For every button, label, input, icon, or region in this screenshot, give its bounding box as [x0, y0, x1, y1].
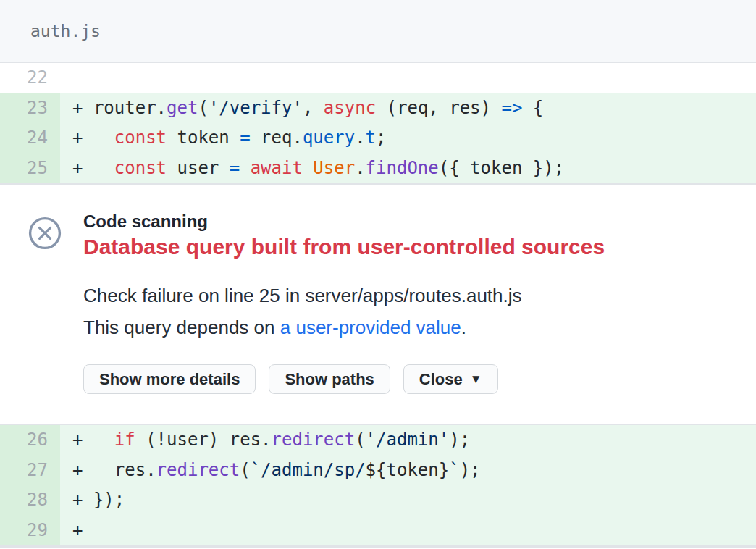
- close-button-label: Close: [419, 370, 463, 389]
- code-token: (: [355, 429, 365, 450]
- code-token: {: [522, 98, 543, 118]
- alert-location: Check failure on line 25 in server/apps/…: [83, 284, 605, 307]
- diff-row-23: 23+ router.get('/verify', async (req, re…: [0, 93, 756, 124]
- code-token: `/admin/sp/: [251, 460, 366, 480]
- line-number[interactable]: 29: [0, 516, 60, 546]
- line-number[interactable]: 26: [0, 425, 60, 456]
- code-line: + const user = await User.findOne({ toke…: [60, 154, 564, 184]
- alert-tool-label: Code scanning: [83, 211, 605, 232]
- code-line: + });: [60, 485, 125, 516]
- code-token: +: [72, 490, 93, 510]
- line-number[interactable]: 24: [0, 123, 60, 154]
- alert-description-text: This query depends on: [83, 317, 280, 338]
- code-line: + if (!user) res.redirect('/admin');: [60, 425, 470, 456]
- alert-description: This query depends on a user-provided va…: [83, 316, 605, 339]
- code-token: t: [366, 127, 376, 148]
- code-token: =>: [501, 98, 522, 118]
- code-token: (: [198, 98, 208, 118]
- code-line: + router.get('/verify', async (req, res)…: [60, 93, 543, 124]
- show-more-details-button[interactable]: Show more details: [83, 364, 256, 394]
- code-token: token: [167, 127, 240, 148]
- code-token: .: [355, 158, 365, 178]
- code-token: (req, res): [376, 98, 501, 118]
- code-token: });: [93, 490, 125, 510]
- user-provided-value-link[interactable]: a user-provided value: [280, 317, 461, 338]
- alert-description-period: .: [461, 317, 466, 338]
- code-token: +: [72, 98, 93, 118]
- line-number[interactable]: 23: [0, 93, 60, 124]
- code-token: =: [240, 127, 250, 148]
- code-token: +: [72, 460, 114, 480]
- code-line: + const token = req.query.t;: [60, 123, 387, 154]
- diff-row-22: 22: [0, 63, 756, 93]
- code-token: [303, 158, 313, 178]
- line-number[interactable]: 22: [0, 63, 60, 93]
- code-token: User: [313, 158, 355, 178]
- code-token: );: [460, 460, 481, 480]
- code-token: const: [114, 127, 167, 148]
- close-button[interactable]: Close ▼: [403, 364, 498, 394]
- code-token: user: [167, 158, 230, 178]
- code-token: router.: [93, 98, 167, 118]
- alert-body: Code scanning Database query built from …: [83, 211, 605, 424]
- code-token: await: [251, 158, 303, 178]
- code-token: res.: [114, 460, 156, 480]
- code-token: get: [167, 98, 198, 118]
- diff-row-25: 25+ const user = await User.findOne({ to…: [0, 154, 756, 184]
- code-token: req: [251, 127, 293, 148]
- code-token: [240, 158, 250, 178]
- diff-row-26: 26+ if (!user) res.redirect('/admin');: [0, 425, 756, 456]
- code-scanning-alert: Code scanning Database query built from …: [0, 183, 756, 425]
- code-token: ,: [303, 98, 324, 118]
- code-token: '/admin': [366, 429, 450, 450]
- diff-row-24: 24+ const token = req.query.t;: [0, 123, 756, 154]
- x-circle-icon: [28, 216, 62, 251]
- diff-section-bottom: 26+ if (!user) res.redirect('/admin');27…: [0, 425, 756, 545]
- diff-row-28: 28+ });: [0, 485, 756, 516]
- code-token: findOne: [366, 158, 439, 178]
- code-token: ;: [376, 127, 386, 148]
- code-token: =: [230, 158, 240, 178]
- code-token: (!user) res.: [135, 429, 272, 450]
- code-token: const: [114, 158, 167, 178]
- code-line: [60, 63, 72, 93]
- code-token: );: [449, 429, 470, 450]
- code-token: async: [324, 98, 376, 118]
- dropdown-caret-icon: ▼: [470, 372, 482, 387]
- code-token: +: [72, 158, 114, 178]
- line-number[interactable]: 25: [0, 154, 60, 184]
- code-token: ({ token });: [439, 158, 564, 178]
- file-header: auth.js: [0, 0, 756, 63]
- code-token: redirect: [272, 429, 356, 450]
- code-token: +: [72, 429, 114, 450]
- alert-actions: Show more details Show paths Close ▼: [83, 364, 605, 394]
- diff-row-27: 27+ res.redirect(`/admin/sp/${token}`);: [0, 456, 756, 486]
- code-line: + res.redirect(`/admin/sp/${token}`);: [60, 456, 481, 486]
- code-token: `: [449, 460, 459, 480]
- code-token: (: [240, 460, 250, 480]
- code-token: .: [292, 127, 302, 148]
- line-number[interactable]: 28: [0, 485, 60, 516]
- bottom-border: [0, 545, 756, 548]
- code-token: query: [303, 127, 355, 148]
- diff-row-29: 29+: [0, 516, 756, 546]
- code-token: .: [355, 127, 365, 148]
- code-token: '/verify': [209, 98, 303, 118]
- code-token: ${token}: [366, 460, 450, 480]
- code-token: +: [72, 127, 114, 148]
- diff-section-top: 2223+ router.get('/verify', async (req, …: [0, 63, 756, 183]
- code-token: redirect: [156, 460, 240, 480]
- alert-title: Database query built from user-controlle…: [83, 234, 605, 260]
- code-token: +: [72, 520, 83, 540]
- file-name: auth.js: [30, 22, 101, 41]
- show-paths-button[interactable]: Show paths: [269, 364, 390, 394]
- code-token: if: [114, 429, 135, 450]
- line-number[interactable]: 27: [0, 456, 60, 486]
- code-line: +: [60, 516, 83, 546]
